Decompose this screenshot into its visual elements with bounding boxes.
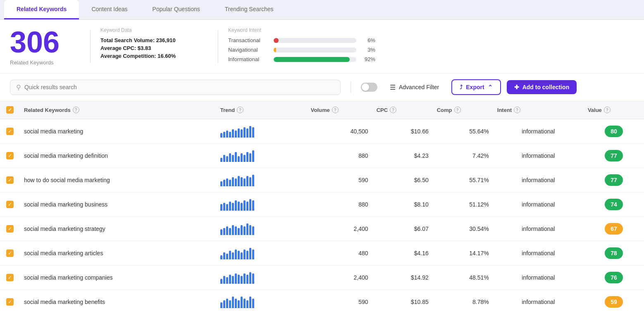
intent-bar-bg-transactional [274, 38, 356, 43]
intent-label-navigational: Navigational [228, 47, 270, 53]
row-checkbox-7[interactable]: ✓ [6, 298, 14, 306]
trend-bar [220, 279, 222, 284]
row-checkbox-3[interactable]: ✓ [6, 201, 14, 208]
trend-cell [216, 144, 307, 168]
trend-bar [229, 228, 231, 235]
intent-bar-informational [274, 57, 350, 62]
toggle[interactable] [361, 83, 377, 92]
tab-content-ideas[interactable]: Content Ideas [79, 0, 140, 19]
intent-bar-navigational [274, 47, 276, 52]
intent-row-transactional: Transactional 6% [228, 37, 385, 43]
trend-bar [243, 249, 246, 260]
intent-cell: informational [493, 144, 584, 168]
row-checkbox-1[interactable]: ✓ [6, 152, 14, 159]
trend-bars [220, 296, 303, 308]
trend-bar [252, 200, 254, 211]
row-checkbox-6[interactable]: ✓ [6, 274, 14, 281]
trend-bar [226, 178, 228, 186]
trend-bar [220, 181, 222, 186]
export-chevron-icon: ⌃ [488, 84, 493, 90]
trend-bar [223, 228, 225, 235]
row-checkbox-4[interactable]: ✓ [6, 225, 14, 233]
trend-bar [226, 226, 228, 235]
th-volume-info-icon[interactable]: ? [332, 107, 339, 113]
trend-bar [238, 176, 240, 186]
trend-bar [220, 302, 222, 308]
header-checkbox[interactable]: ✓ [6, 106, 14, 114]
comp-cell: 14.17% [433, 241, 493, 266]
add-to-collection-label: Add to collection [522, 84, 570, 90]
stats-area: 306 Related Keywords Keyword Data Total … [0, 20, 644, 74]
trend-bar [220, 158, 222, 162]
keyword-count: 306 [10, 27, 60, 57]
trend-bar [243, 127, 246, 138]
cpc-cell: $10.85 [372, 290, 433, 311]
trend-bar [249, 248, 251, 259]
th-volume: Volume ? [307, 101, 372, 119]
th-checkbox[interactable]: ✓ [0, 101, 20, 119]
trend-bar [246, 251, 248, 259]
value-badge: 77 [605, 150, 623, 161]
tab-popular-questions[interactable]: Popular Questions [140, 0, 212, 19]
intent-bar-bg-informational [274, 57, 356, 62]
trend-bar [220, 229, 222, 235]
value-cell: 74 [584, 192, 644, 217]
trend-bars [220, 125, 303, 138]
export-button[interactable]: ⤴ Export ⌃ [451, 79, 501, 95]
intent-row-navigational: Navigational 3% [228, 47, 385, 53]
trend-bars [220, 174, 303, 186]
search-box[interactable]: ⚲ [10, 80, 341, 95]
table-row: ✓how to do social media marketing590$6.5… [0, 168, 644, 192]
avg-cpc-label: Average CPC: [100, 45, 136, 51]
keyword-cell: social media marketing companies [20, 266, 216, 290]
trend-cell [216, 192, 307, 217]
trend-bar [223, 252, 225, 260]
th-intent-info-icon[interactable]: ? [514, 107, 520, 113]
stats-divider-1 [90, 30, 91, 63]
trend-bar [252, 175, 254, 186]
trend-bar [235, 249, 237, 260]
trend-bar [252, 127, 254, 138]
tab-related-keywords[interactable]: Related Keywords [4, 0, 79, 19]
th-related-keywords-info-icon[interactable]: ? [73, 107, 79, 113]
advanced-filter-button[interactable]: ☰ Advanced Filter [383, 80, 446, 95]
add-to-collection-button[interactable]: ✚ Add to collection [507, 80, 577, 94]
trend-bar [249, 225, 251, 235]
trend-bar [226, 299, 228, 308]
intent-pct-transactional: 6% [360, 37, 375, 43]
trend-bar [241, 177, 243, 186]
trend-bar [249, 126, 251, 138]
trend-bar [223, 155, 225, 162]
trend-cell [216, 119, 307, 144]
th-comp-info-icon[interactable]: ? [454, 107, 461, 113]
row-checkbox-0[interactable]: ✓ [6, 128, 14, 135]
trend-bar [243, 155, 246, 162]
trend-bar [252, 150, 254, 162]
row-checkbox-check-3: ✓ [8, 202, 12, 207]
row-checkbox-check-5: ✓ [8, 250, 12, 256]
th-value-info-icon[interactable]: ? [604, 107, 611, 113]
table-row: ✓social media marketing companies2,400$1… [0, 266, 644, 290]
trend-bar [229, 202, 231, 211]
table-row: ✓social media marketing articles480$4.16… [0, 241, 644, 266]
trend-bar [249, 199, 251, 211]
volume-cell: 880 [307, 144, 372, 168]
tab-trending-searches[interactable]: Trending Searches [212, 0, 286, 19]
trend-bar [229, 251, 231, 259]
row-checkbox-check-1: ✓ [8, 153, 12, 159]
row-checkbox-check-7: ✓ [8, 299, 12, 305]
export-icon: ⤴ [460, 84, 463, 90]
row-checkbox-2[interactable]: ✓ [6, 176, 14, 184]
search-input[interactable] [24, 84, 334, 90]
value-badge: 67 [605, 223, 623, 235]
trend-bars [220, 223, 303, 235]
volume-cell: 590 [307, 168, 372, 192]
intent-bar-transactional [274, 38, 279, 43]
row-checkbox-5[interactable]: ✓ [6, 249, 14, 257]
value-badge: 59 [605, 296, 623, 308]
th-cpc-info-icon[interactable]: ? [390, 107, 396, 113]
trend-cell [216, 290, 307, 311]
comp-cell: 55.64% [433, 119, 493, 144]
th-trend-info-icon[interactable]: ? [237, 107, 243, 113]
intent-pct-navigational: 3% [360, 47, 375, 53]
